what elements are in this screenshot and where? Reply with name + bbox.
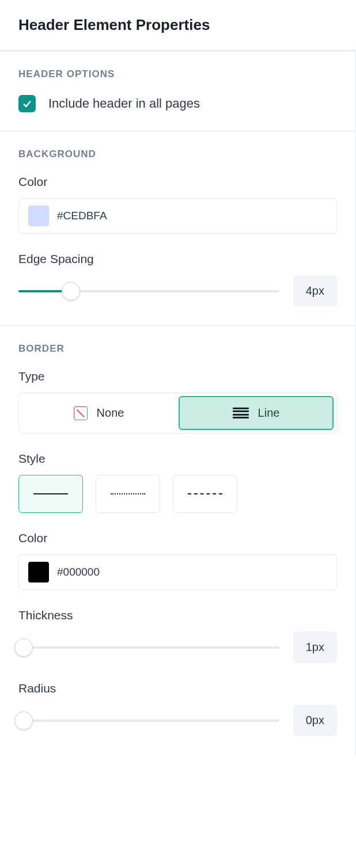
slider-thumb[interactable] bbox=[14, 711, 33, 730]
edge-spacing-slider[interactable] bbox=[18, 281, 279, 301]
solid-line-icon bbox=[33, 493, 68, 494]
slider-track bbox=[18, 646, 279, 649]
radius-slider[interactable] bbox=[18, 711, 279, 730]
border-type-label: Type bbox=[18, 370, 337, 383]
lines-icon bbox=[233, 408, 249, 419]
section-background: Background Color #CEDBFA Edge Spacing 4p… bbox=[0, 131, 355, 326]
include-header-label: Include header in all pages bbox=[48, 96, 200, 111]
border-style-dashed[interactable] bbox=[173, 475, 237, 513]
slider-track bbox=[18, 719, 279, 722]
thickness-label: Thickness bbox=[18, 608, 337, 622]
thickness-slider[interactable] bbox=[18, 638, 279, 657]
border-color-input[interactable]: #000000 bbox=[18, 554, 337, 590]
radius-label: Radius bbox=[18, 682, 337, 695]
border-type-line-label: Line bbox=[258, 406, 280, 420]
include-header-checkbox[interactable] bbox=[18, 95, 36, 112]
thickness-value: 1px bbox=[293, 631, 337, 663]
check-icon bbox=[21, 98, 33, 109]
none-icon bbox=[74, 406, 88, 420]
edge-spacing-value: 4px bbox=[293, 275, 337, 307]
radius-value: 0px bbox=[293, 705, 337, 736]
bg-color-label: Color bbox=[18, 175, 337, 189]
bg-color-swatch bbox=[28, 205, 49, 226]
panel-title: Header Element Properties bbox=[18, 16, 338, 34]
slider-thumb[interactable] bbox=[62, 282, 80, 300]
section-header-options: Header Options Include header in all pag… bbox=[0, 51, 355, 131]
border-color-swatch bbox=[28, 562, 49, 583]
header-options-heading: Header Options bbox=[18, 68, 337, 80]
section-border: Border Type None Line Style bbox=[0, 326, 355, 755]
slider-thumb[interactable] bbox=[14, 638, 33, 657]
dashed-line-icon bbox=[188, 493, 222, 494]
border-style-dotted[interactable] bbox=[96, 475, 160, 513]
border-style-label: Style bbox=[18, 452, 337, 466]
border-type-none-label: None bbox=[97, 406, 124, 420]
bg-color-value: #CEDBFA bbox=[57, 210, 107, 222]
border-heading: Border bbox=[18, 343, 337, 355]
border-style-group bbox=[18, 475, 337, 513]
border-style-solid[interactable] bbox=[18, 475, 83, 513]
edge-spacing-label: Edge Spacing bbox=[18, 252, 337, 266]
bg-color-input[interactable]: #CEDBFA bbox=[18, 198, 337, 234]
border-type-none[interactable]: None bbox=[22, 396, 176, 430]
border-type-group: None Line bbox=[18, 393, 337, 433]
dotted-line-icon bbox=[111, 493, 145, 494]
border-color-value: #000000 bbox=[57, 566, 100, 578]
background-heading: Background bbox=[18, 149, 337, 160]
border-color-label: Color bbox=[18, 531, 337, 545]
border-type-line[interactable]: Line bbox=[179, 396, 334, 430]
